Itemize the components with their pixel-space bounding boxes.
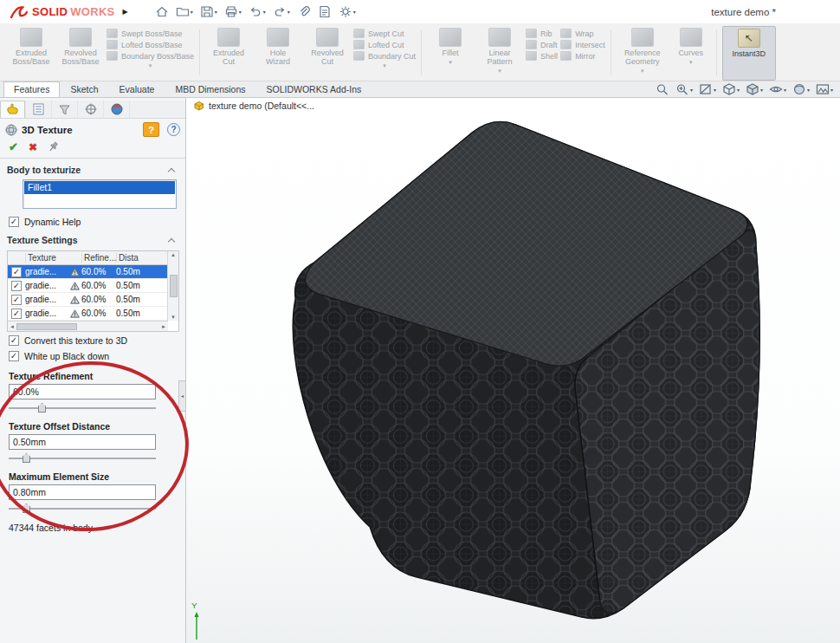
tab-filter[interactable] xyxy=(52,101,78,118)
row-checkbox[interactable]: ✓ xyxy=(11,267,22,277)
max-element-size-input[interactable] xyxy=(9,484,156,500)
menu-flyout-icon[interactable]: ▶ xyxy=(123,8,128,16)
instant3d-button[interactable]: ↖ Instant3D xyxy=(722,26,776,81)
scroll-up-icon[interactable]: ▲ xyxy=(171,252,176,257)
texture-refinement-input[interactable] xyxy=(9,384,156,399)
feature-tree-breadcrumb[interactable]: texture demo (Default<<... xyxy=(193,101,314,111)
lofted-cut-button[interactable]: Lofted Cut xyxy=(353,40,416,49)
cancel-button[interactable]: ✖ xyxy=(29,142,37,153)
home-button[interactable] xyxy=(152,3,171,21)
wrap-button[interactable]: Wrap xyxy=(560,29,605,38)
header-refine[interactable]: Refine... xyxy=(81,253,116,263)
swept-boss-button[interactable]: Swept Boss/Base xyxy=(107,29,194,38)
tab-features[interactable]: Features xyxy=(3,81,60,97)
zoom-fit-button[interactable] xyxy=(656,83,669,95)
scroll-right-icon[interactable]: ► xyxy=(161,324,166,329)
boundary-boss-button[interactable]: Boundary Boss/Base xyxy=(107,51,194,61)
open-button[interactable]: ▾ xyxy=(173,3,196,21)
options-button[interactable]: ▾ xyxy=(336,3,359,21)
convert-texture-checkbox[interactable]: ✓ xyxy=(9,335,19,346)
tab-property-manager[interactable] xyxy=(0,101,26,118)
white-up-checkbox[interactable]: ✓ xyxy=(9,351,19,361)
tab-display-manager[interactable] xyxy=(104,101,130,118)
appearances-button[interactable]: ▾ xyxy=(792,83,810,95)
linear-pattern-caret-icon[interactable]: ▾ xyxy=(498,68,501,74)
curves-button[interactable]: Curves ▾ xyxy=(671,26,711,81)
linear-pattern-button[interactable]: Linear Pattern ▾ xyxy=(476,26,523,81)
slider-thumb[interactable] xyxy=(23,503,30,513)
print-caret-icon[interactable]: ▾ xyxy=(239,9,242,15)
boss-stack-caret-icon[interactable]: ▾ xyxy=(107,62,194,68)
reference-geometry-caret-icon[interactable]: ▾ xyxy=(641,68,644,74)
draft-button[interactable]: Draft xyxy=(526,40,558,49)
rebuild-button[interactable] xyxy=(294,3,313,21)
undo-caret-icon[interactable]: ▾ xyxy=(263,9,266,15)
fillet-caret-icon[interactable]: ▾ xyxy=(449,59,452,65)
display-style-caret-icon[interactable]: ▾ xyxy=(760,87,763,93)
hide-show-caret-icon[interactable]: ▾ xyxy=(784,87,786,93)
print-button[interactable]: ▾ xyxy=(222,3,244,21)
redo-caret-icon[interactable]: ▾ xyxy=(288,9,290,15)
graphics-viewport[interactable]: texture demo (Default<<... xyxy=(186,98,840,643)
view-orientation-button[interactable]: ▾ xyxy=(722,83,740,95)
display-style-button[interactable]: ▾ xyxy=(746,83,763,95)
slider-thumb[interactable] xyxy=(23,453,30,463)
mirror-button[interactable]: Mirror xyxy=(560,51,605,61)
redo-button[interactable]: ▾ xyxy=(270,3,293,21)
texture-refinement-slider[interactable] xyxy=(9,402,156,413)
panel-collapse-handle[interactable]: ◄ xyxy=(178,380,186,412)
extruded-cut-button[interactable]: Extruded Cut xyxy=(205,26,252,81)
rib-button[interactable]: Rib xyxy=(526,29,558,38)
collapse-chevron-icon[interactable] xyxy=(168,237,175,244)
table-row[interactable]: ✓ gradie... 60.0% 0.50m xyxy=(8,307,178,321)
keep-visible-pin-icon[interactable] xyxy=(48,141,59,153)
row-checkbox[interactable]: ✓ xyxy=(11,281,22,291)
dynamic-help-checkbox[interactable]: ✓ xyxy=(9,217,19,227)
vertical-scroll-thumb[interactable] xyxy=(170,275,178,297)
swept-cut-button[interactable]: Swept Cut xyxy=(353,29,416,38)
hole-wizard-button[interactable]: Hole Wizard xyxy=(255,26,301,81)
cut-stack-caret-icon[interactable]: ▾ xyxy=(353,62,416,68)
collapse-chevron-icon[interactable] xyxy=(168,167,175,174)
intersect-button[interactable]: Intersect xyxy=(560,40,605,49)
dynamic-help-toggle-button[interactable]: ? xyxy=(143,122,159,137)
table-vertical-scrollbar[interactable]: ▲ ▼ xyxy=(167,251,178,321)
extruded-boss-button[interactable]: Extruded Boss/Base xyxy=(8,26,55,81)
tab-sketch[interactable]: Sketch xyxy=(60,81,108,97)
file-properties-button[interactable] xyxy=(315,3,334,21)
3d-model[interactable]: Y xyxy=(186,98,840,643)
table-row[interactable]: ✓ gradie... 60.0% 0.50m xyxy=(8,265,178,279)
tab-mbd-dimensions[interactable]: MBD Dimensions xyxy=(165,81,255,97)
fillet-button[interactable]: Fillet ▾ xyxy=(427,26,474,81)
shell-button[interactable]: Shell xyxy=(526,51,558,61)
revolved-boss-button[interactable]: Revolved Boss/Base xyxy=(57,26,104,81)
lofted-boss-button[interactable]: Lofted Boss/Base xyxy=(107,40,194,49)
header-texture[interactable]: Texture xyxy=(25,253,68,263)
hide-show-items-button[interactable]: ▾ xyxy=(769,83,786,95)
texture-settings-header[interactable]: Texture Settings xyxy=(0,229,185,248)
table-horizontal-scrollbar[interactable]: ◄ ► xyxy=(8,321,168,331)
scroll-down-icon[interactable]: ▼ xyxy=(171,315,176,320)
zoom-area-caret-icon[interactable]: ▾ xyxy=(690,87,693,93)
table-row[interactable]: ✓ gradie... 60.0% 0.50m xyxy=(8,293,178,307)
scene-caret-icon[interactable]: ▾ xyxy=(830,87,833,93)
reference-geometry-button[interactable]: Reference Geometry ▾ xyxy=(617,26,669,81)
scroll-left-icon[interactable]: ◄ xyxy=(10,324,15,329)
offset-distance-input[interactable] xyxy=(9,434,156,450)
boundary-cut-button[interactable]: Boundary Cut xyxy=(353,51,416,61)
tab-configuration-manager[interactable] xyxy=(26,101,52,118)
undo-button[interactable]: ▾ xyxy=(246,3,268,21)
row-checkbox[interactable]: ✓ xyxy=(11,295,22,305)
table-row[interactable]: ✓ gradie... 60.0% 0.50m xyxy=(8,279,178,293)
section-view-caret-icon[interactable]: ▾ xyxy=(714,87,716,93)
revolved-cut-button[interactable]: Revolved Cut xyxy=(304,26,351,81)
view-orientation-caret-icon[interactable]: ▾ xyxy=(737,87,740,93)
save-caret-icon[interactable]: ▾ xyxy=(215,9,217,15)
tab-dimxpert[interactable] xyxy=(78,101,104,118)
options-caret-icon[interactable]: ▾ xyxy=(353,9,356,15)
help-button[interactable]: ? xyxy=(167,123,180,136)
slider-thumb[interactable] xyxy=(38,403,46,412)
appearances-caret-icon[interactable]: ▾ xyxy=(807,87,810,93)
body-selection-listbox[interactable]: Fillet1 xyxy=(23,179,177,209)
open-caret-icon[interactable]: ▾ xyxy=(191,9,193,15)
